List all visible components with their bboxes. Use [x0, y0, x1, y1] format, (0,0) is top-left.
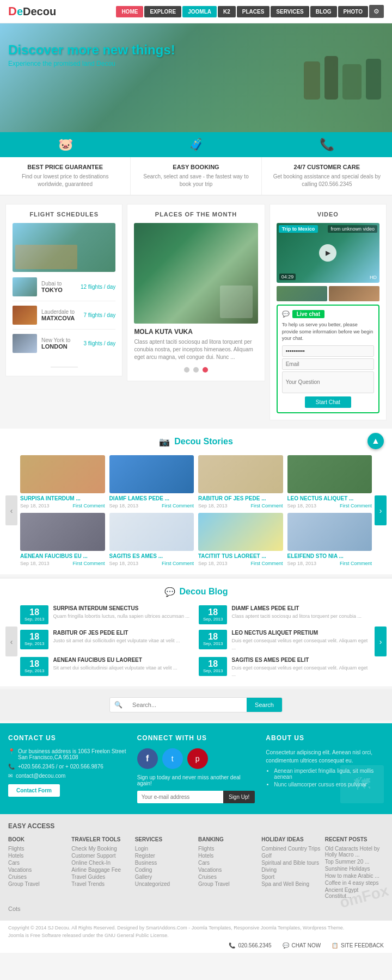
blog-next-button[interactable]: › — [375, 627, 387, 656]
chat-now-button[interactable]: 💬 CHAT NOW — [283, 942, 321, 948]
location-icon: 📍 — [8, 748, 15, 760]
places-image — [134, 223, 258, 324]
chat-password[interactable] — [282, 345, 374, 357]
nav-explore[interactable]: EXPLORE — [144, 6, 181, 17]
access-link[interactable]: Flights — [8, 846, 67, 852]
header: DeDecou HOME EXPLORE JOOMLA K2 PLACES SE… — [0, 0, 392, 23]
signup-button[interactable]: Sign Up! — [223, 791, 255, 803]
access-link[interactable]: Login — [135, 846, 194, 852]
feature-text-3: 24/7 CUSTOMER CARE Get booking assistanc… — [262, 157, 392, 195]
cots-label: Cots — [8, 905, 384, 912]
access-link[interactable]: Group Travel — [198, 881, 257, 887]
chat-question[interactable] — [282, 371, 374, 393]
access-link[interactable]: Business — [135, 860, 194, 866]
flight-item-1: Dubai to TOKYO 12 flights / day — [13, 277, 115, 301]
places-card: PLACES OF THE MONTH MOLA KUTA VUKA Class… — [127, 204, 265, 381]
access-link[interactable]: Gallery — [135, 874, 194, 880]
play-button[interactable]: ▶ — [319, 244, 336, 262]
access-link[interactable]: Cars — [198, 860, 257, 866]
access-link[interactable]: Coding — [135, 867, 194, 873]
three-col-section: FLIGHT SCHEDULES Dubai to TOKYO 12 fligh… — [5, 204, 387, 420]
logo[interactable]: DeDecou — [8, 4, 56, 18]
access-link[interactable]: How to make Arabic ... — [325, 873, 384, 879]
access-link[interactable]: Check My Booking — [71, 846, 130, 852]
copyright-text: Copyright © 2014 SJ Decou. All Rights Re… — [8, 925, 384, 931]
access-link[interactable]: Travel Trends — [71, 881, 130, 887]
footer-about-col: ABOUT US Consectetur adipiscing elit. Ae… — [266, 734, 384, 803]
access-col-holiday: HOLIDAY IDEAS Combined Country Trips Gol… — [261, 836, 320, 900]
access-link[interactable]: Diving — [261, 867, 320, 873]
contact-form-button[interactable]: Contact Form — [8, 784, 60, 797]
story-item-0: SURPISA INTERDUM ... Sep 18, 2013 First … — [20, 455, 105, 508]
story-item-7: ELEIFEND STO NIA ... Sep 18, 2013 First … — [287, 513, 372, 566]
nav-photo[interactable]: PHOTO — [338, 6, 368, 17]
access-link[interactable]: Cruises — [8, 874, 67, 880]
access-link[interactable]: Old Cataracts Hotel by Holly Macro ... — [325, 846, 384, 858]
twitter-button[interactable]: t — [162, 748, 183, 769]
email-signup-input[interactable] — [137, 791, 223, 803]
access-link[interactable]: Register — [135, 853, 194, 859]
footer-connect-col: CONNECT WITH US f t p Sign up today and … — [137, 734, 255, 803]
nav-home[interactable]: HOME — [116, 6, 143, 17]
video-thumbnail[interactable]: Trip to Mexico from unknown video ▶ 04:2… — [277, 223, 379, 283]
access-link[interactable]: Golf — [261, 853, 320, 859]
access-link[interactable]: Cars — [8, 860, 67, 866]
access-link[interactable]: Spiritual and Bible tours — [261, 860, 320, 866]
search-button[interactable]: Search — [247, 698, 282, 712]
nav-k2[interactable]: K2 — [218, 6, 236, 17]
settings-button[interactable]: ⚙ — [369, 5, 384, 18]
joomla-note: Joomla is Free Software released under t… — [8, 933, 384, 938]
blog-prev-button[interactable]: ‹ — [5, 627, 17, 656]
video-sub: from unknown video — [328, 225, 377, 233]
access-link[interactable]: Vacations — [8, 867, 67, 873]
chat-start-button[interactable]: Start Chat — [305, 396, 351, 408]
access-link[interactable]: Spa and Well Being — [261, 881, 320, 887]
video-label: Trip to Mexico — [279, 225, 318, 233]
blog-item-3: 18 Sep, 2013 LEO NECTUS ALIQUET PRETIUM … — [199, 630, 372, 651]
flight-hero-image — [13, 223, 115, 272]
access-link[interactable]: Sport — [261, 874, 320, 880]
access-link[interactable]: Hotels — [198, 853, 257, 859]
access-link[interactable]: Hotels — [8, 853, 67, 859]
features-text: BEST PRICE GUARANTEE Find our lowest pri… — [0, 157, 392, 196]
feedback-button[interactable]: 📋 SITE FEEDBACK — [332, 942, 384, 948]
feature-icon-2: 🧳 — [131, 138, 261, 152]
feature-icon-3: 📞 — [261, 138, 392, 152]
flight-schedules-title: FLIGHT SCHEDULES — [13, 211, 115, 218]
story-item-1: DIAMF LAMES PEDE ... Sep 18, 2013 First … — [109, 455, 194, 508]
flight-schedules-card: FLIGHT SCHEDULES Dubai to TOKYO 12 fligh… — [5, 204, 122, 376]
access-link[interactable]: Combined Country Trips — [261, 846, 320, 852]
access-link[interactable]: Group Travel — [8, 881, 67, 887]
blog-item-5: 18 Sep, 2013 SAGITIS ES AMES PEDE ELIT D… — [199, 657, 372, 678]
chat-email[interactable] — [282, 358, 374, 370]
search-input[interactable] — [127, 698, 247, 712]
access-link[interactable]: Sunshine Holidays — [325, 866, 384, 872]
access-link[interactable]: Online Check-In — [71, 860, 130, 866]
access-link[interactable]: Vacations — [198, 867, 257, 873]
nav-places[interactable]: PLACES — [237, 6, 270, 17]
scroll-top-button[interactable]: ▲ — [367, 433, 384, 449]
access-link[interactable]: Travel Guides — [71, 874, 130, 880]
facebook-button[interactable]: f — [137, 748, 158, 769]
access-link[interactable]: Flights — [198, 846, 257, 852]
access-link[interactable]: Airline Baggage Fee — [71, 867, 130, 873]
blog-item-1: 18 Sep, 2013 DIAMF LAMES PEDE ELIT Class… — [199, 605, 372, 625]
blog-item-0: 18 Sep, 2013 SURPISA INTERDUM SENECTUS Q… — [20, 605, 193, 625]
nav-joomla[interactable]: JOOMLA — [182, 6, 217, 17]
video-hd: HD — [370, 275, 377, 280]
access-link[interactable]: Customer Support — [71, 853, 130, 859]
pinterest-button[interactable]: p — [187, 748, 208, 769]
email-icon: ✉ — [8, 773, 13, 779]
stories-section: 📷 Decou Stories ‹ SURPISA INTERDUM ... S… — [0, 429, 392, 574]
nav-services[interactable]: SERVICES — [271, 6, 309, 17]
stories-next-button[interactable]: › — [375, 495, 387, 525]
blog-section: 💬 Decou Blog ‹ 18 Sep, 2013 SURPISA INTE… — [0, 577, 392, 686]
access-link[interactable]: Cruises — [198, 874, 257, 880]
stories-prev-button[interactable]: ‹ — [5, 495, 17, 525]
access-link[interactable]: Top Summer 20 ... — [325, 859, 384, 865]
nav-blog[interactable]: BLOG — [310, 6, 337, 17]
access-col-book: BOOK Flights Hotels Cars Vacations Cruis… — [8, 836, 67, 900]
access-col-banking: BANKING Flights Hotels Cars Vacations Cr… — [198, 836, 257, 900]
access-col-tools: TRAVELER TOOLS Check My Booking Customer… — [71, 836, 130, 900]
access-link[interactable]: Uncategorized — [135, 881, 194, 887]
